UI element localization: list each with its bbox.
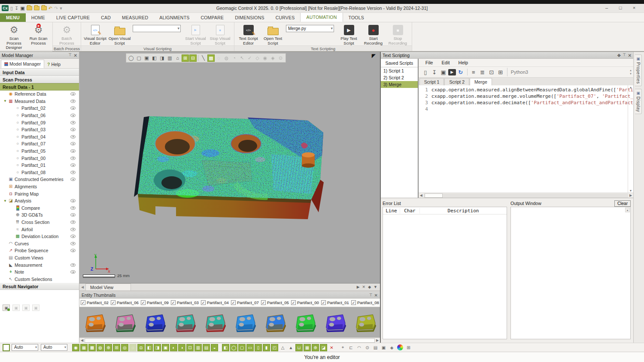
entity-thumbnail-partifact_02[interactable] [79, 311, 109, 334]
thumbnail-scrollbar[interactable]: ◀ ▶ [79, 338, 380, 343]
visibility-eye-icon[interactable] [70, 249, 76, 252]
save-icon[interactable]: ▣ [20, 5, 24, 11]
toggle-colorbar-visibility-icon[interactable]: ◍ [97, 344, 104, 351]
toggle-reference-visibility-icon[interactable]: ◉ [72, 344, 79, 351]
tree-item-probe-sequence[interactable]: ↗Probe Sequence [0, 247, 79, 254]
close-icon[interactable]: ✕ [628, 53, 632, 58]
material-sphere-icon[interactable]: ● [397, 344, 403, 350]
scroll-left-icon[interactable]: ◀ [79, 338, 85, 342]
visibility-eye-icon[interactable] [70, 228, 76, 231]
text-script-select[interactable]: Merge.py [286, 25, 334, 32]
undo-icon[interactable]: ↶ [49, 5, 52, 11]
tree-item-constructed-geometries[interactable]: ▣Constructed Geometries [0, 176, 79, 183]
sketch-icon[interactable]: ⊔ [295, 344, 303, 351]
tree-item-custom-selections[interactable]: ↖Custom Selections [0, 275, 79, 283]
tab-properties[interactable]: ▣Properties [635, 54, 642, 86]
entity-thumbnail-partifact_04[interactable] [200, 311, 230, 334]
visual-script-editor-button[interactable]: </>✎Visual Script Editor [83, 24, 107, 45]
stamp-tool-icon[interactable]: ⊙ [364, 344, 371, 351]
checkbox-icon[interactable]: ✓ [231, 300, 236, 305]
snapshot-tool-icon[interactable]: ◈ [388, 344, 395, 351]
cone-outline-icon[interactable]: △ [279, 344, 286, 351]
ribbon-tab-curves[interactable]: CURVES [270, 13, 301, 22]
new-script-icon[interactable]: ▯ [421, 68, 430, 76]
minimize-button[interactable]: – [600, 5, 613, 12]
outdent-icon[interactable]: ≣ [478, 68, 487, 76]
caliper-tool-icon[interactable]: ⊏ [347, 344, 355, 351]
thumbnail-checkbox-partifact_09[interactable]: ✓Partifact_09 [140, 300, 170, 305]
home-view-icon[interactable]: ⌂ [174, 54, 181, 62]
visibility-eye-icon[interactable] [70, 121, 76, 124]
visibility-eye-icon[interactable] [70, 235, 76, 238]
code-vertical-scrollbar[interactable]: ▲▼ [628, 85, 633, 193]
entity-thumbnail-partifact_07[interactable] [230, 311, 260, 334]
open-visual-script-button[interactable]: Open Visual Script [107, 24, 132, 45]
ribbon-tab-measured[interactable]: MEASURED [116, 13, 154, 22]
ribbon-tab-automation[interactable]: AUTOMATION [300, 12, 343, 22]
toggle-dome-visibility-icon[interactable]: ◒ [211, 344, 218, 351]
crosshair-icon[interactable]: ⊕ [312, 344, 319, 351]
delete-entity-icon[interactable]: ✕ [328, 344, 335, 351]
tree-item-pairing-map[interactable]: ◘Pairing Map [0, 190, 79, 197]
checkbox-icon[interactable]: ✓ [291, 300, 296, 305]
maximize-button[interactable]: □ [614, 5, 627, 12]
entity-thumbnail-partifact_00[interactable] [290, 311, 320, 334]
close-icon[interactable]: ✕ [374, 293, 378, 298]
toggle-pairing-visibility-icon[interactable]: ◎ [121, 344, 128, 351]
saved-script-item[interactable]: 2) Script 2 [381, 74, 418, 81]
script-settings-icon[interactable]: ⊞ [496, 68, 505, 76]
cone-solid-icon[interactable]: ▲ [287, 344, 295, 351]
thumbnail-checkbox-partifact_05[interactable]: ✓Partifact_05 [260, 300, 290, 305]
collapse-arrow-icon[interactable]: ▼ [3, 199, 8, 203]
tree-item-partifact-09[interactable]: ○Partifact_09 [0, 119, 79, 126]
save-script-icon[interactable]: ▣ [439, 68, 448, 76]
slab-body-icon[interactable]: ▭ [246, 344, 254, 351]
reload-script-icon[interactable]: ↻ [456, 68, 465, 76]
model-view-tab[interactable]: Model View [85, 284, 131, 290]
plane-body-icon[interactable]: ▢ [238, 344, 246, 351]
visibility-eye-icon[interactable] [70, 213, 76, 217]
visibility-eye-icon[interactable] [70, 220, 76, 224]
checkbox-icon[interactable]: ✓ [351, 300, 356, 305]
visibility-eye-icon[interactable] [70, 100, 76, 103]
tab-help[interactable]: ?Help [44, 60, 64, 68]
ribbon-tab-menu[interactable]: MENU [0, 13, 26, 22]
thumbnail-checkbox-partifact_02[interactable]: ✓Partifact_02 [79, 300, 109, 305]
ribbon-tab-cad[interactable]: CAD [95, 13, 116, 22]
tree-item-3d-gd-ts[interactable]: ⊕3D GD&Ts [0, 211, 79, 219]
viewport[interactable]: ◯▢▣◧◨▥⌂⊞⊟╲▩◌◍◔↖✓◇◉◈⊙ Y X Z 25 mm [79, 52, 380, 284]
grid-add-icon[interactable]: ⊟ [189, 54, 197, 62]
tree-item-airfoil[interactable]: ≈Airfoil [0, 226, 79, 233]
saved-script-item[interactable]: 3) Merge [381, 81, 418, 88]
text-script-editor-button[interactable]: </>✎Text Script Editor [236, 24, 261, 45]
split-columns-icon[interactable]: ▥ [166, 54, 173, 62]
tree-item-partifact-06[interactable]: ○Partifact_06 [0, 112, 79, 119]
menu-help[interactable]: Help [454, 60, 472, 65]
entity-thumbnail-partifact_08[interactable] [350, 311, 380, 334]
script-tab-merge[interactable]: Merge [470, 78, 492, 85]
visibility-eye-icon[interactable] [70, 171, 76, 174]
split-vertical-icon[interactable]: ◨ [158, 54, 166, 62]
protractor-tool-icon[interactable]: ◠ [355, 344, 363, 351]
tab-display[interactable]: ▣Display [635, 89, 642, 114]
checkbox-icon[interactable]: ✓ [111, 300, 115, 305]
scan-process-designer-button[interactable]: ⚙Scan Process Designer [2, 24, 26, 50]
sphere-body-icon[interactable]: ◯ [230, 344, 237, 351]
probe-tool-icon[interactable]: ⌖ [339, 344, 346, 351]
entity-thumbnail-partifact_01[interactable] [320, 311, 350, 334]
close-icon[interactable]: ✕ [73, 53, 77, 58]
close-view-icon[interactable]: ✕ [362, 285, 366, 289]
checkbox-icon[interactable]: ✓ [201, 300, 206, 305]
visibility-eye-icon[interactable] [70, 92, 76, 96]
entity-thumbnail-partifact_06[interactable] [109, 311, 140, 334]
section-result-navigator[interactable]: Result Navigator [0, 283, 79, 290]
thumbnail-checkbox-partifact_08[interactable]: ✓Partifact_08 [350, 300, 380, 305]
play-text-script-button[interactable]: ▶Play Text Script [337, 24, 361, 45]
thumbnail-checkbox-partifact_03[interactable]: ✓Partifact_03 [170, 300, 200, 305]
panel-body-icon[interactable]: ▯ [255, 344, 262, 351]
line-select-icon[interactable]: ╲ [200, 54, 207, 62]
entity-thumbnail-partifact_05[interactable] [260, 311, 290, 334]
checkbox-icon[interactable]: ✓ [261, 300, 266, 305]
tree-item-partifact-08[interactable]: ○Partifact_08 [0, 169, 79, 176]
ribbon-tab-live-capture[interactable]: LIVE CAPTURE [51, 13, 95, 22]
